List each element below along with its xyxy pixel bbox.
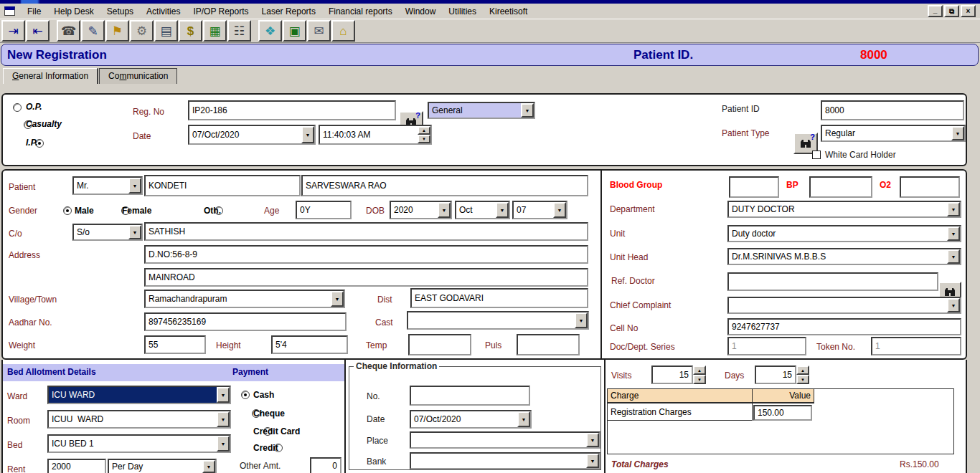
dropdown-arrow-icon[interactable]	[947, 249, 960, 264]
other-amt-input[interactable]: 0	[310, 457, 341, 473]
spin-down-icon[interactable]	[693, 375, 706, 384]
notepad-button[interactable]: ✎	[81, 20, 105, 42]
dob-month-dropdown[interactable]: Oct	[455, 201, 510, 219]
unit-dropdown[interactable]: Duty doctor	[727, 225, 961, 242]
fax-button[interactable]: ☷	[227, 20, 251, 42]
charge-row-value-input[interactable]: 150.00	[753, 405, 812, 421]
spin-down-icon[interactable]	[796, 375, 809, 384]
dropdown-arrow-icon[interactable]	[947, 202, 960, 216]
token-no-input[interactable]: 1	[871, 337, 961, 355]
address2-input[interactable]: MAINROAD	[144, 268, 588, 287]
given-name-input[interactable]: SARVESWARA RAO	[301, 175, 588, 196]
op-radio[interactable]	[13, 103, 22, 112]
dropdown-arrow-icon[interactable]	[947, 298, 960, 312]
telephone-button[interactable]: ☎	[57, 20, 80, 42]
pushpin-card-button[interactable]: ⚑	[105, 20, 129, 42]
dropdown-arrow-icon[interactable]	[947, 226, 960, 241]
cheque-no-input[interactable]	[410, 386, 530, 406]
mailbox-button[interactable]: ⌂	[331, 20, 355, 42]
menu-utilities[interactable]: Utilities	[442, 5, 483, 18]
machine-button[interactable]: ⚙	[130, 20, 154, 42]
menu-kireetisoft[interactable]: Kireetisoft	[483, 5, 534, 18]
days-input[interactable]: 15	[755, 366, 796, 384]
diskette-button[interactable]: ❖	[258, 20, 282, 42]
close-button[interactable]: ×	[961, 5, 976, 17]
envelope-button[interactable]: ✉	[307, 20, 331, 42]
dropdown-arrow-icon[interactable]	[128, 178, 141, 194]
unit-head-dropdown[interactable]: Dr.M.SRINIVAS M.B.B.S	[727, 248, 961, 265]
visits-input[interactable]: 15	[651, 366, 693, 384]
dropdown-arrow-icon[interactable]	[217, 387, 230, 403]
dob-day-dropdown[interactable]: 07	[512, 201, 567, 219]
patient-id-input[interactable]: 8000	[821, 100, 964, 120]
room-dropdown[interactable]: ICUU WARD	[47, 410, 231, 429]
patient-type-dropdown[interactable]: Regular	[821, 125, 966, 142]
doc-series-input[interactable]: 1	[727, 337, 806, 355]
bed-dropdown[interactable]: ICU BED 1	[47, 434, 231, 453]
cash-counter-button[interactable]: $	[179, 20, 202, 42]
rent-input[interactable]: 2000	[47, 459, 106, 473]
dropdown-arrow-icon[interactable]	[128, 225, 141, 239]
blood-group-input[interactable]	[729, 176, 779, 198]
address1-input[interactable]: D.NO:56-8-9	[144, 245, 588, 264]
rent-period-dropdown[interactable]: Per Day	[108, 459, 217, 473]
menu-help-desk[interactable]: Help Desk	[47, 5, 100, 18]
dropdown-arrow-icon[interactable]	[301, 126, 314, 143]
category-dropdown[interactable]: General	[428, 102, 535, 119]
temp-input[interactable]	[408, 334, 471, 355]
cast-dropdown[interactable]	[407, 311, 589, 330]
height-input[interactable]: 5'4	[271, 335, 348, 354]
reg-date-dropdown[interactable]: 07/Oct/2020	[188, 125, 316, 145]
dropdown-arrow-icon[interactable]	[496, 202, 509, 218]
dob-year-dropdown[interactable]: 2020	[390, 201, 452, 219]
salutation-dropdown[interactable]: Mr.	[72, 176, 143, 195]
dropdown-arrow-icon[interactable]	[521, 103, 534, 118]
chief-complaint-dropdown[interactable]	[727, 297, 961, 314]
village-dropdown[interactable]: Ramachandrapuram	[144, 290, 345, 308]
dropdown-arrow-icon[interactable]	[586, 454, 599, 468]
cheque-date-dropdown[interactable]: 07/Oct/2020	[410, 410, 532, 429]
puls-input[interactable]	[517, 334, 580, 355]
tab-communication[interactable]: Communication	[99, 68, 177, 84]
dist-input[interactable]: EAST GODAVARI	[410, 288, 588, 308]
white-card-checkbox[interactable]	[812, 150, 821, 159]
dropdown-arrow-icon[interactable]	[438, 202, 451, 218]
co-name-input[interactable]: SATHISH	[144, 222, 588, 241]
dropdown-arrow-icon[interactable]	[575, 312, 588, 328]
monitor-button[interactable]: ▣	[283, 20, 306, 42]
tab-general-information[interactable]: General Information	[3, 68, 98, 84]
spin-up-icon[interactable]	[796, 366, 809, 375]
dropdown-arrow-icon[interactable]	[553, 202, 566, 218]
reg-time-input[interactable]: 11:40:03 AM	[319, 125, 432, 145]
co-relation-dropdown[interactable]: S/o	[72, 224, 143, 241]
time-spinner[interactable]	[418, 126, 430, 143]
age-input[interactable]: 0Y	[296, 201, 352, 219]
ref-doctor-input[interactable]	[727, 272, 938, 291]
restore-button[interactable]: ⧉	[944, 5, 959, 17]
logoff-button[interactable]: ⇤	[26, 20, 50, 42]
menu-financial-reports[interactable]: Financial reports	[322, 5, 399, 18]
visits-spinner[interactable]	[693, 366, 706, 384]
login-in-button[interactable]: ⇥	[1, 20, 25, 42]
minimize-button[interactable]: _	[928, 5, 943, 17]
payment-cash-radio[interactable]	[241, 391, 250, 399]
surname-input[interactable]: KONDETI	[144, 175, 301, 196]
dropdown-arrow-icon[interactable]	[331, 291, 344, 307]
dropdown-arrow-icon[interactable]	[951, 126, 964, 140]
spin-down-icon[interactable]	[418, 135, 430, 143]
reg-no-input[interactable]: IP20-186	[188, 100, 396, 120]
menu-setups[interactable]: Setups	[100, 5, 140, 18]
menu-laser-reports[interactable]: Laser Reports	[255, 5, 322, 18]
menu-window[interactable]: Window	[399, 5, 443, 18]
menu-activities[interactable]: Activities	[140, 5, 187, 18]
menu-file[interactable]: File	[21, 5, 47, 18]
dropdown-arrow-icon[interactable]	[217, 436, 230, 452]
cheque-bank-dropdown[interactable]	[410, 452, 600, 469]
dropdown-arrow-icon[interactable]	[202, 460, 215, 473]
currency-notes-button[interactable]: ▦	[203, 20, 227, 42]
weight-input[interactable]: 55	[144, 335, 206, 354]
menu-ip-op-reports[interactable]: IP/OP Reports	[187, 5, 255, 18]
o2-input[interactable]	[900, 176, 960, 198]
dropdown-arrow-icon[interactable]	[586, 433, 599, 447]
cell-no-input[interactable]: 9247627737	[727, 318, 961, 335]
